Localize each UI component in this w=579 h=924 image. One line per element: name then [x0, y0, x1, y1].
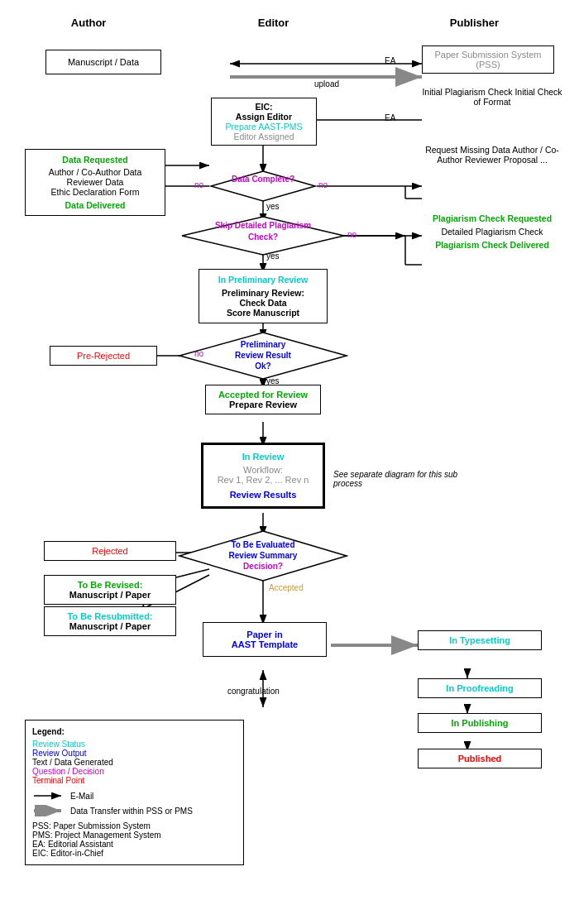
legend-review-output: Review Output — [32, 749, 237, 758]
to-be-evaluated-box: To Be Evaluated Review Summary Decision? — [178, 529, 348, 585]
legend-pss: PSS: Paper Submission System — [32, 821, 237, 831]
legend-question: Question / Decision — [32, 767, 237, 776]
col-header-publisher: Publisher — [378, 17, 571, 29]
svg-text:Ok?: Ok? — [255, 361, 270, 371]
prelim-review-content: Preliminary Review:Check DataScore Manus… — [204, 288, 322, 318]
in-proofreading-box: In Proofreading — [418, 678, 542, 698]
published-text: Published — [458, 754, 502, 764]
in-publishing-text: In Publishing — [451, 718, 508, 728]
to-be-revised-label: To Be Revised: — [49, 580, 171, 590]
separate-diagram-label: See separate diagram for this sub proces… — [333, 470, 482, 488]
data-delivered: Data Delivered — [31, 200, 160, 210]
pss-label: Paper Submission System (PSS) — [435, 50, 542, 69]
paper-aast-sub: AAST Template — [210, 639, 319, 649]
eic-box: EIC: Assign Editor Prepare AAST-PMS Edit… — [211, 98, 317, 146]
svg-text:Data Complete?: Data Complete? — [232, 175, 294, 184]
prepare-pms: Prepare AAST-PMS — [217, 122, 311, 132]
published-box: Published — [418, 749, 542, 768]
in-review-workflow: Workflow:Rev 1, Rev 2, ... Rev n — [210, 465, 316, 485]
pss-box: Paper Submission System (PSS) — [422, 45, 554, 74]
rejected-text: Rejected — [92, 546, 127, 556]
in-proofreading-text: In Proofreading — [446, 683, 513, 693]
svg-text:Skip Detailed Plagiarism: Skip Detailed Plagiarism — [215, 221, 311, 230]
legend-text-data: Text / Data Generated — [32, 758, 237, 767]
ea-top-label: EA — [385, 56, 395, 65]
legend-defs: PSS: Paper Submission System PMS: Projec… — [32, 821, 237, 858]
pre-rejected-text: Pre-Rejected — [77, 351, 130, 361]
initial-checks-box: Initial Plagiarism Check Initial Check o… — [422, 87, 562, 107]
no-left-1: no — [194, 180, 203, 189]
preliminary-review-box: In Preliminary Review Preliminary Review… — [199, 269, 328, 323]
legend-box: Legend: Review Status Review Output Text… — [25, 720, 244, 865]
legend-title: Legend: — [32, 727, 237, 736]
legend-ea: EA: Editorial Assistant — [32, 840, 237, 849]
prelim-review-label: In Preliminary Review — [204, 275, 322, 285]
yes-1: yes — [266, 202, 280, 211]
ea-mid-label: EA — [385, 113, 395, 122]
upload-label: upload — [314, 79, 339, 89]
legend-pms: PMS: Project Management System — [32, 831, 237, 840]
data-requested-label: Data Requested — [31, 155, 160, 165]
plagiarism-delivered: Plagiarism Check Delivered — [422, 240, 562, 250]
assign-editor: Assign Editor — [217, 112, 311, 122]
skip-plagiarism-box: Skip Detailed Plagiarism Check? — [180, 215, 346, 258]
eic-label: EIC: — [217, 102, 311, 112]
legend-email-label: E-Mail — [70, 792, 93, 801]
manuscript-box: Manuscript / Data — [45, 50, 161, 74]
accepted-review-sub: Prepare Review — [210, 400, 316, 409]
legend-transfer-row: Data Transfer within PSS or PMS — [32, 805, 237, 816]
data-complete-box: Data Complete? — [209, 170, 317, 204]
svg-text:Decision?: Decision? — [243, 562, 283, 571]
paper-aast-label: Paper in — [210, 630, 319, 639]
legend-email-row: E-Mail — [32, 790, 237, 802]
request-missing-text: Request Missing Data Author / Co-Author … — [422, 145, 562, 165]
detailed-plagiarism: Detailed Plagiarism Check — [422, 227, 562, 237]
review-results: Review Results — [210, 490, 316, 500]
in-review-label: In Review — [210, 452, 316, 462]
data-requested-content: Author / Co-Author DataReviewer DataEthi… — [31, 167, 160, 197]
pre-rejected-box: Pre-Rejected — [50, 346, 157, 366]
no-skip-right: no — [347, 230, 356, 239]
svg-text:Review Result: Review Result — [235, 351, 291, 360]
to-be-resubmitted-content: Manuscript / Paper — [49, 621, 171, 631]
manuscript-text: Manuscript / Data — [68, 57, 139, 67]
svg-text:Review Summary: Review Summary — [229, 551, 298, 560]
yes-skip: yes — [266, 251, 280, 261]
svg-text:Check?: Check? — [248, 232, 278, 242]
in-publishing-box: In Publishing — [418, 713, 542, 733]
rejected-box: Rejected — [44, 541, 176, 561]
editor-assigned: Editor Assigned — [217, 132, 311, 141]
to-be-revised-content: Manuscript / Paper — [49, 590, 171, 600]
request-missing-box: Request Missing Data Author / Co-Author … — [422, 145, 562, 165]
to-be-resubmitted-label: To Be Resubmitted: — [49, 611, 171, 621]
plagiarism-requested: Plagiarism Check Requested — [422, 213, 562, 223]
plagiarism-section: Plagiarism Check Requested Detailed Plag… — [422, 213, 562, 250]
to-be-revised-box: To Be Revised: Manuscript / Paper — [44, 575, 176, 605]
data-requested-box: Data Requested Author / Co-Author DataRe… — [25, 149, 165, 216]
legend-review-status: Review Status — [32, 740, 237, 749]
congratulation-label: congratulation — [227, 687, 280, 696]
legend-terminal: Terminal Point — [32, 776, 237, 785]
no-prelim: no — [194, 349, 203, 358]
legend-transfer-label: Data Transfer within PSS or PMS — [70, 807, 193, 816]
paper-aast-box: Paper in AAST Template — [203, 622, 327, 657]
no-right-1: no — [318, 180, 328, 189]
in-review-box: In Review Workflow:Rev 1, Rev 2, ... Rev… — [201, 443, 325, 509]
legend-eic: EIC: Editor-in-Chief — [32, 849, 237, 858]
col-header-editor: Editor — [169, 17, 378, 29]
col-header-author: Author — [8, 17, 169, 29]
svg-text:To Be Evaluated: To Be Evaluated — [231, 540, 294, 549]
initial-checks-text: Initial Plagiarism Check Initial Check o… — [422, 87, 562, 107]
in-typesetting-box: In Typesetting — [418, 630, 542, 650]
to-be-resubmitted-box: To Be Resubmitted: Manuscript / Paper — [44, 606, 176, 636]
accepted-review-box: Accepted for Review Prepare Review — [205, 385, 321, 414]
accepted-label: Accepted — [269, 583, 304, 592]
in-typesetting-text: In Typesetting — [449, 635, 510, 645]
accepted-review-label: Accepted for Review — [210, 390, 316, 400]
svg-text:Preliminary: Preliminary — [241, 340, 286, 349]
